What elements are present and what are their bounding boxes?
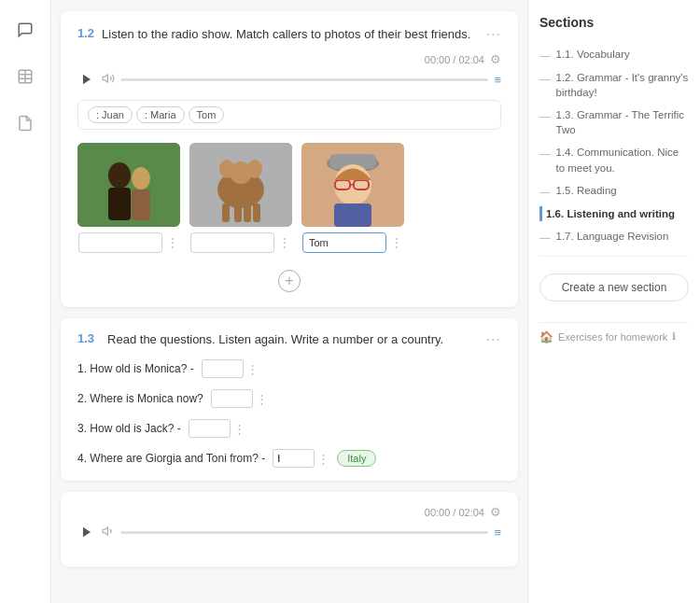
chat-icon[interactable] bbox=[10, 15, 40, 45]
dash-icon: — bbox=[539, 108, 551, 123]
sidebar-label-1-3: 1.3. Grammar - The Terrific Two bbox=[556, 107, 690, 137]
sidebar-item-1-2[interactable]: — 1.2. Grammar - It's granny's birthday! bbox=[539, 66, 689, 104]
bottom-audio-settings-icon[interactable]: ⚙ bbox=[490, 505, 501, 519]
photo-b-input[interactable] bbox=[190, 232, 274, 253]
tag-tom[interactable]: Tom bbox=[189, 106, 225, 123]
sidebar-label-1-1: 1.1. Vocabulary bbox=[556, 47, 630, 62]
list-icon[interactable]: ≡ bbox=[494, 73, 501, 87]
question-3-input[interactable] bbox=[189, 419, 231, 438]
photo-c-input-row: ⋮ bbox=[302, 232, 403, 253]
section-1-2-header: 1.2 Listen to the radio show. Match call… bbox=[77, 26, 501, 43]
question-2-input[interactable] bbox=[211, 389, 253, 408]
svg-rect-18 bbox=[244, 203, 251, 222]
sidebar-label-1-7: 1.7. Language Revision bbox=[556, 229, 669, 244]
photo-b-more[interactable]: ⋮ bbox=[278, 235, 291, 250]
sidebar-item-1-1[interactable]: — 1.1. Vocabulary bbox=[539, 43, 689, 66]
right-sidebar: Sections — 1.1. Vocabulary — 1.2. Gramma… bbox=[527, 0, 700, 603]
dash-icon: — bbox=[539, 230, 551, 245]
photo-item-a: ⋮ bbox=[77, 143, 180, 253]
sidebar-item-1-3[interactable]: — 1.3. Grammar - The Terrific Two bbox=[539, 104, 689, 141]
sidebar-item-1-4[interactable]: — 1.4. Communication. Nice to meet you. bbox=[539, 141, 689, 178]
bottom-progress-bar[interactable] bbox=[120, 531, 488, 534]
create-section-button[interactable]: Create a new section bbox=[539, 273, 689, 302]
svg-rect-16 bbox=[222, 203, 230, 222]
q1-more[interactable]: ⋮ bbox=[246, 362, 259, 376]
section-1-3-more[interactable]: ··· bbox=[486, 331, 501, 348]
sidebar-item-1-6[interactable]: 1.6. Listening and writing bbox=[539, 203, 689, 225]
exercises-info-icon: ℹ bbox=[672, 330, 676, 343]
photos-row: ⋮ bbox=[77, 143, 501, 253]
q4-answer-wrap: ⋮ bbox=[273, 449, 329, 468]
sidebar-item-1-7[interactable]: — 1.7. Language Revision bbox=[539, 225, 689, 248]
section-1-3-title: Read the questions. Listen again. Write … bbox=[107, 331, 443, 348]
sidebar-title: Sections bbox=[539, 15, 689, 30]
dash-icon: — bbox=[539, 146, 551, 161]
svg-marker-28 bbox=[83, 527, 91, 538]
q2-more[interactable]: ⋮ bbox=[256, 392, 268, 406]
audio-settings-icon[interactable]: ⚙ bbox=[490, 52, 501, 66]
svg-marker-4 bbox=[83, 75, 91, 85]
bottom-audio-controls: ≡ bbox=[77, 523, 501, 541]
question-2: 2. Where is Monica now? ⋮ bbox=[77, 389, 501, 408]
svg-point-7 bbox=[108, 162, 131, 189]
q3-more[interactable]: ⋮ bbox=[233, 422, 245, 436]
audio-time-row: 00:00 / 02:04 ⚙ bbox=[77, 52, 501, 66]
svg-point-15 bbox=[247, 160, 262, 178]
photo-c-more[interactable]: ⋮ bbox=[390, 235, 403, 250]
bottom-player-card: 00:00 / 02:04 ⚙ ≡ bbox=[61, 492, 518, 567]
svg-point-9 bbox=[132, 167, 150, 189]
left-sidebar bbox=[0, 0, 51, 603]
sidebar-divider-2 bbox=[539, 322, 689, 323]
audio-time-display: 00:00 / 02:04 bbox=[425, 54, 484, 65]
q3-answer-wrap: ⋮ bbox=[189, 419, 245, 438]
section-1-2-card: 1.2 Listen to the radio show. Match call… bbox=[61, 11, 518, 307]
sidebar-label-1-5: 1.5. Reading bbox=[556, 183, 617, 198]
add-icon: + bbox=[285, 273, 293, 289]
volume-icon[interactable] bbox=[102, 72, 115, 88]
answer-tag-italy: Italy bbox=[337, 450, 376, 467]
bottom-audio-time-row: 00:00 / 02:04 ⚙ bbox=[77, 505, 501, 519]
sidebar-label-1-2: 1.2. Grammar - It's granny's birthday! bbox=[556, 70, 690, 100]
tag-maria[interactable]: : Maria bbox=[136, 106, 185, 123]
photo-a-input[interactable] bbox=[78, 232, 162, 253]
section-1-2-title: Listen to the radio show. Match callers … bbox=[102, 26, 479, 43]
question-4: 4. Where are Giorgia and Toni from? - ⋮ … bbox=[77, 449, 501, 468]
question-1: 1. How old is Monica? - ⋮ bbox=[77, 359, 501, 378]
sidebar-divider bbox=[539, 256, 689, 257]
section-1-2-number: 1.2 bbox=[77, 26, 94, 40]
translate-icon[interactable] bbox=[10, 62, 40, 91]
sidebar-item-1-5[interactable]: — 1.5. Reading bbox=[539, 179, 689, 203]
dash-icon: — bbox=[539, 184, 551, 199]
photo-a-more[interactable]: ⋮ bbox=[166, 235, 179, 250]
svg-rect-10 bbox=[132, 189, 150, 220]
photo-a-image bbox=[77, 143, 180, 227]
play-button[interactable] bbox=[77, 70, 96, 89]
question-1-input[interactable] bbox=[202, 359, 244, 378]
q4-more[interactable]: ⋮ bbox=[317, 452, 329, 466]
document-icon[interactable] bbox=[10, 108, 40, 138]
sidebar-label-1-4: 1.4. Communication. Nice to meet you. bbox=[556, 145, 690, 175]
question-3-text: 3. How old is Jack? - bbox=[77, 422, 181, 435]
active-indicator: 1.6. Listening and writing bbox=[539, 206, 675, 221]
tag-juan[interactable]: : Juan bbox=[88, 106, 133, 123]
bottom-play-button[interactable] bbox=[77, 523, 96, 541]
dash-icon: — bbox=[539, 48, 551, 63]
photo-a-input-row: ⋮ bbox=[78, 232, 179, 253]
home-icon: 🏠 bbox=[539, 330, 553, 344]
svg-rect-8 bbox=[108, 188, 131, 220]
question-list: 1. How old is Monica? - ⋮ 2. Where is Mo… bbox=[77, 359, 501, 468]
svg-marker-29 bbox=[103, 527, 107, 535]
section-1-2-more[interactable]: ··· bbox=[486, 26, 501, 43]
photo-b-input-row: ⋮ bbox=[190, 232, 291, 253]
exercises-row: 🏠 Exercises for homework ℹ bbox=[539, 330, 689, 344]
photo-b-image bbox=[189, 143, 292, 227]
question-1-text: 1. How old is Monica? - bbox=[77, 362, 194, 375]
bottom-volume-icon[interactable] bbox=[102, 525, 115, 540]
bottom-list-icon[interactable]: ≡ bbox=[494, 526, 501, 540]
photo-c-input[interactable] bbox=[302, 232, 386, 253]
progress-bar[interactable] bbox=[120, 78, 488, 81]
question-4-input[interactable] bbox=[273, 449, 315, 468]
svg-rect-27 bbox=[334, 203, 371, 227]
question-4-text: 4. Where are Giorgia and Toni from? - bbox=[77, 452, 265, 465]
add-photo-button[interactable]: + bbox=[278, 270, 301, 292]
